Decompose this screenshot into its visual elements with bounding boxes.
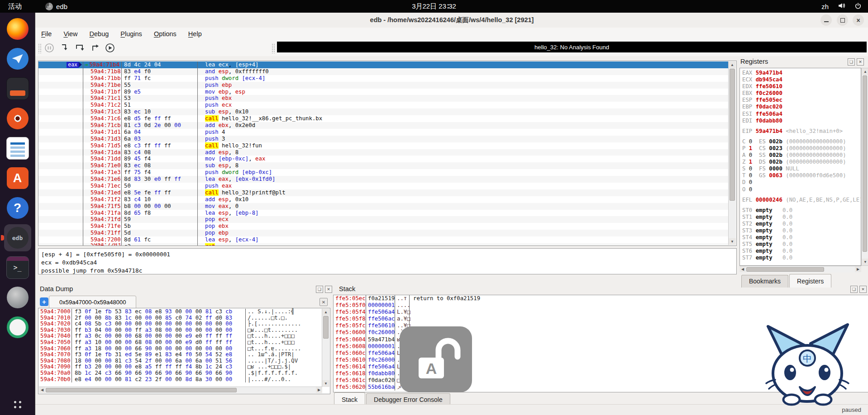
- disasm-row[interactable]: 59a4:71c153push ebx: [38, 95, 729, 102]
- tab-registers[interactable]: Registers: [789, 274, 831, 288]
- disasm-row[interactable]: 59a4:71f283 c4 10add esp, 0x10: [38, 196, 729, 203]
- stack-row[interactable]: ffe5:05f4ffe506a4L.¥□: [334, 309, 868, 316]
- hex-dump-row[interactable]: 59a4:708018 00 00 00 81 c3 54 2f 00 00 6…: [38, 358, 322, 364]
- banner-drag-handle[interactable]: [272, 43, 275, 53]
- hex-dump-row[interactable]: 59a4:70b0e8 e4 00 00 00 81 c2 23 2f 00 0…: [38, 377, 322, 383]
- hex-dump-row[interactable]: 59a4:7020c4 08 5b c3 00 00 00 00 00 00 0…: [38, 321, 322, 327]
- power-icon[interactable]: [854, 2, 862, 11]
- hex-dump-row[interactable]: 59a4:7030ff b3 04 00 00 00 ff a3 08 00 0…: [38, 327, 322, 334]
- dump-tab-close-icon[interactable]: ✕: [320, 298, 328, 306]
- input-language-indicator[interactable]: zh: [821, 3, 829, 10]
- speaker-icon[interactable]: [838, 2, 845, 11]
- disasm-row[interactable]: 59a4:71bbff 71 fcpush dword [ecx-4]: [38, 75, 729, 82]
- disasm-row[interactable]: 59a4:71ede8 5e fe ff ffcall hello_32!pri…: [38, 189, 729, 196]
- disasm-row[interactable]: 59a4:71c6e8 d5 fe ff ffcall hello_32!__x…: [38, 115, 729, 122]
- disasm-row[interactable]: 59a4:71f5b8 00 00 00 00mov eax, 0: [38, 203, 729, 210]
- disasm-row[interactable]: 59a4:71d5e8 c3 ff ff ffcall hello_32!fun: [38, 142, 729, 149]
- close-button[interactable]: ×: [853, 14, 864, 26]
- stack-close-icon[interactable]: ✕: [859, 286, 867, 293]
- dock-item-messenger[interactable]: [4, 45, 31, 72]
- dock-item-files[interactable]: [4, 75, 31, 102]
- stack-row[interactable]: ffe5:05ecf0a21519..тreturn to 0xf0a21519: [334, 295, 868, 302]
- data-dump-close-icon[interactable]: ✕: [325, 286, 332, 293]
- register-row[interactable]: EDX ffe50610: [742, 83, 861, 90]
- hex-dump-row[interactable]: 59a4:7090ff b3 20 00 00 00 e8 a5 ff ff f…: [38, 364, 322, 370]
- disasm-row[interactable]: 59a4:71ec50push eax: [38, 183, 729, 189]
- disasm-row[interactable]: 59a4:71e68d 83 30 e0 ff fflea eax, [ebx-…: [38, 176, 729, 183]
- registers-vscrollbar[interactable]: ▲ ▼: [861, 68, 868, 266]
- hex-dump-row[interactable]: 59a4:70a08b 1c 24 c3 66 90 66 90 66 90 6…: [38, 370, 322, 377]
- focused-app-indicator[interactable]: edb edb: [45, 3, 67, 10]
- disasm-row[interactable]: 59a4:7203c3ret: [38, 243, 729, 246]
- flag-row[interactable]: Z 1 DS 002b (0000000000000000): [742, 159, 861, 165]
- minimize-button[interactable]: [820, 14, 832, 26]
- activities-button[interactable]: 活动: [8, 2, 22, 11]
- menu-file[interactable]: File: [41, 30, 52, 38]
- window-titlebar[interactable]: edb - /home/ws2022416246/桌面/ws/4/hello_3…: [35, 13, 868, 28]
- register-row[interactable]: ECX db945ca4: [742, 76, 861, 83]
- disasm-row[interactable]: 59a4:71e083 ec 08sub esp, 8: [38, 162, 729, 169]
- disasm-row[interactable]: 59a4:71da83 c4 08add esp, 8: [38, 149, 729, 156]
- menu-options[interactable]: Options: [154, 30, 176, 38]
- disasm-row[interactable]: 59a4:71be55push ebp: [38, 82, 729, 89]
- dump-vscrollbar[interactable]: ▲ ▼: [322, 309, 329, 387]
- pause-button[interactable]: [43, 42, 55, 54]
- show-applications-icon[interactable]: [12, 399, 24, 410]
- run-button[interactable]: [104, 42, 116, 54]
- registers-hscrollbar[interactable]: ◀ ▶: [739, 266, 861, 273]
- register-row[interactable]: EAX 59a471b4: [742, 70, 861, 76]
- flag-row[interactable]: D 0: [742, 179, 861, 186]
- disasm-row[interactable]: 59a4:71bf89 e5mov ebp, esp: [38, 89, 729, 95]
- step-over-button[interactable]: [74, 42, 86, 54]
- disasm-row[interactable]: 59a4:71c383 ec 10sub esp, 0x10: [38, 108, 729, 115]
- flag-row[interactable]: O 0: [742, 186, 861, 193]
- disasm-row[interactable]: 59a4:71fe5bpop ebx: [38, 223, 729, 230]
- flag-row[interactable]: C 0 ES 002b (0000000000000000): [742, 138, 861, 145]
- dock-item-writer[interactable]: [4, 135, 31, 162]
- fpu-row[interactable]: ST3 empty 0.0: [742, 227, 861, 234]
- fpu-row[interactable]: ST7 empty 0.0: [742, 255, 861, 261]
- eip-row[interactable]: EIP 59a471b4 <hello_32!main+0>: [742, 128, 861, 135]
- efl-row[interactable]: EFL 00000246 (NO,AE,E,BE,NS,P,GE,LE): [742, 197, 861, 203]
- restore-button[interactable]: [837, 14, 848, 26]
- disasm-row[interactable]: 59a4:71fa8d 65 f8lea esp, [ebp-8]: [38, 210, 729, 217]
- dock-item-terminal[interactable]: >_: [4, 254, 31, 281]
- disassembly-pane[interactable]: eax→59a4:71b48d 4c 24 04lea ecx, [esp+4]…: [38, 61, 737, 246]
- menu-help[interactable]: Help: [188, 30, 202, 38]
- dock-item-edb[interactable]: edb: [4, 224, 31, 251]
- register-row[interactable]: EBP f0dac020: [742, 104, 861, 110]
- dock-item-media-disc[interactable]: [4, 105, 31, 132]
- register-row[interactable]: EBX f0c26000: [742, 90, 861, 97]
- fpu-row[interactable]: ST5 empty 0.0: [742, 241, 861, 248]
- tab-bookmarks[interactable]: Bookmarks: [741, 275, 788, 288]
- flag-row[interactable]: A 0 SS 002b (0000000000000000): [742, 152, 861, 159]
- dock-item-gray-app[interactable]: [4, 284, 31, 311]
- register-row[interactable]: ESP ffe505ec: [742, 97, 861, 104]
- fpu-row[interactable]: ST2 empty 0.0: [742, 221, 861, 227]
- dump-region-tab[interactable]: 0x59a47000-0x59a48000: [49, 296, 136, 309]
- fpu-row[interactable]: ST1 empty 0.0: [742, 214, 861, 221]
- stack-row[interactable]: ffe5:05f000000001....: [334, 302, 868, 309]
- dock-item-help[interactable]: ?: [4, 194, 31, 222]
- disasm-row[interactable]: 59a4:71c251push ecx: [38, 102, 729, 108]
- register-row[interactable]: ESI ffe506a4: [742, 111, 861, 118]
- hex-dump-row[interactable]: 59a4:7040ff a3 0c 00 00 00 68 00 00 00 0…: [38, 333, 322, 340]
- register-row[interactable]: EDI f0dabb80: [742, 118, 861, 124]
- disasm-scrollbar[interactable]: ▲ ▼: [728, 61, 736, 245]
- disasm-row[interactable]: 59a4:71b883 e4 f0and esp, 0xfffffff0: [38, 68, 729, 75]
- fpu-row[interactable]: ST4 empty 0.0: [742, 234, 861, 241]
- data-dump-float-icon[interactable]: ❏: [316, 286, 323, 293]
- disasm-row[interactable]: 59a4:71d36a 03push 3: [38, 136, 729, 142]
- stack-float-icon[interactable]: ❏: [850, 286, 858, 293]
- disasm-row[interactable]: 59a4:71cb81 c3 0d 2e 00 00add ebx, 0x2e0…: [38, 122, 729, 129]
- hex-dump-row[interactable]: 59a4:7060ff a3 18 00 00 00 66 90 00 00 0…: [38, 346, 322, 352]
- add-dump-tab-button[interactable]: +: [40, 297, 48, 306]
- hex-dump-row[interactable]: 59a4:7000f3 0f 1e fb 53 83 ec 08 e8 93 0…: [38, 309, 322, 315]
- step-into-button[interactable]: [59, 42, 71, 54]
- flag-row[interactable]: S 0 FS 0000 NULL: [742, 165, 861, 172]
- clock[interactable]: 3月22日 23∶32: [412, 2, 456, 11]
- registers-float-icon[interactable]: ❏: [848, 58, 855, 66]
- registers-close-icon[interactable]: ✕: [857, 58, 864, 66]
- disasm-row[interactable]: 59a4:71ff5dpop ebp: [38, 230, 729, 236]
- menu-debug[interactable]: Debug: [90, 30, 109, 38]
